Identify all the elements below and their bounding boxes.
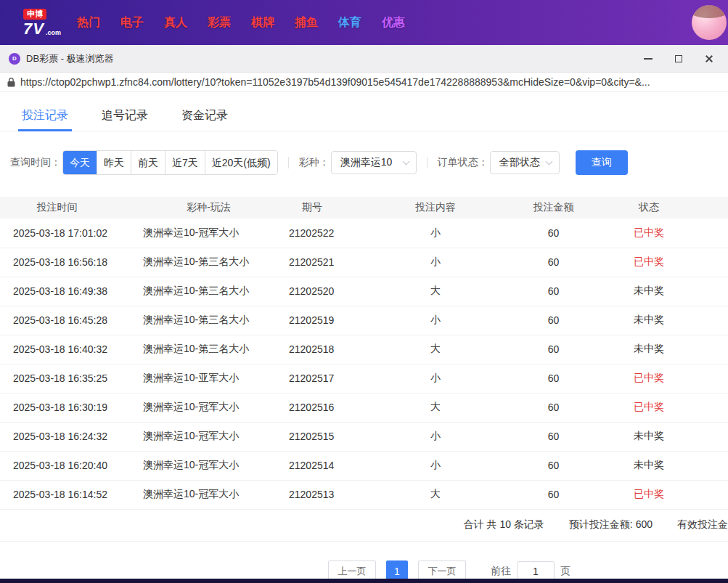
close-icon (705, 54, 713, 63)
issue-number-cell: 21202517 (283, 364, 363, 393)
address-bar[interactable]: https://ctop02pchwp1.zfnc84.com/lottery/… (0, 73, 728, 92)
site-logo[interactable]: 申博 7V .com (23, 9, 61, 37)
issue-number-cell: 21202513 (283, 480, 363, 509)
user-avatar[interactable] (692, 5, 727, 40)
bet-content-cell: 小 (363, 364, 508, 393)
issue-number-cell: 21202516 (283, 393, 363, 422)
tab-fund-records[interactable]: 资金记录 (181, 101, 228, 131)
lottery-filter-label: 彩种： (299, 156, 330, 169)
time-filter-option[interactable]: 前天 (131, 151, 165, 174)
bet-status-cell: 未中奖 (599, 306, 728, 335)
bet-amount-cell: 60 (508, 451, 599, 480)
table-row: 2025-03-18 16:40:32澳洲幸运10-第三名大小21202518大… (0, 335, 728, 364)
table-row: 2025-03-18 16:49:38澳洲幸运10-第三名大小21202520大… (0, 277, 728, 306)
bet-amount-cell: 60 (508, 335, 599, 364)
lottery-select[interactable]: 澳洲幸运10 (331, 151, 417, 174)
time-filter-option[interactable]: 近20天(低频) (205, 151, 277, 174)
bet-amount-cell: 60 (508, 422, 599, 451)
game-play-cell: 澳洲幸运10-冠军大小 (134, 219, 283, 248)
bet-content-cell: 小 (363, 248, 508, 277)
nav-item[interactable]: 热门 (77, 15, 100, 30)
issue-number-cell: 21202520 (283, 277, 363, 306)
window-title: DB彩票 - 极速浏览器 (26, 52, 114, 65)
maximize-button[interactable] (673, 53, 684, 65)
time-filter-option[interactable]: 昨天 (97, 151, 131, 174)
time-filter-label: 查询时间： (10, 156, 61, 169)
nav-item[interactable]: 电子 (120, 15, 144, 30)
bet-status-cell: 已中奖 (599, 248, 728, 277)
bet-records-table: 投注时间彩种-玩法期号投注内容投注金额状态 2025-03-18 17:01:0… (0, 197, 728, 510)
table-row: 2025-03-18 16:14:52澳洲幸运10-冠军大小21202513大6… (0, 480, 728, 509)
table-row: 2025-03-18 16:56:18澳洲幸运10-第三名大小21202521小… (0, 248, 728, 277)
game-play-cell: 澳洲幸运10-第三名大小 (134, 306, 283, 335)
bet-content-cell: 大 (363, 277, 508, 306)
minimize-icon (644, 58, 653, 60)
bet-status-cell: 未中奖 (599, 422, 728, 451)
table-row: 2025-03-18 16:45:28澳洲幸运10-第三名大小21202519小… (0, 306, 728, 335)
column-header: 彩种-玩法 (134, 197, 283, 219)
bet-time-cell: 2025-03-18 16:49:38 (0, 277, 134, 306)
lock-icon (7, 78, 15, 87)
game-play-cell: 澳洲幸运10-冠军大小 (134, 451, 283, 480)
bet-time-cell: 2025-03-18 16:20:40 (0, 451, 134, 480)
bet-status-cell: 已中奖 (599, 480, 728, 509)
bet-time-cell: 2025-03-18 16:35:25 (0, 364, 134, 393)
order-status-select[interactable]: 全部状态 (490, 151, 560, 174)
order-status-value: 全部状态 (499, 156, 540, 169)
issue-number-cell: 21202519 (283, 306, 363, 335)
time-filter-option[interactable]: 近7天 (165, 151, 205, 174)
tab-bet-records[interactable]: 投注记录 (22, 101, 68, 131)
bet-time-cell: 2025-03-18 16:45:28 (0, 306, 134, 335)
game-play-cell: 澳洲幸运10-亚军大小 (134, 364, 283, 393)
nav-item[interactable]: 真人 (164, 15, 187, 30)
nav-item[interactable]: 棋牌 (251, 15, 274, 30)
goto-page-label: 前往 (491, 565, 511, 578)
issue-number-cell: 21202522 (283, 219, 363, 248)
bet-time-cell: 2025-03-18 16:14:52 (0, 480, 134, 509)
search-button[interactable]: 查询 (576, 150, 628, 175)
table-header-row: 投注时间彩种-玩法期号投注内容投注金额状态 (0, 197, 728, 219)
nav-item[interactable]: 体育 (338, 15, 361, 30)
table-row: 2025-03-18 16:35:25澳洲幸运10-亚军大小21202517小6… (0, 364, 728, 393)
column-header: 投注内容 (363, 197, 508, 219)
bet-content-cell: 小 (363, 451, 508, 480)
bet-amount-cell: 60 (508, 480, 599, 509)
nav-item[interactable]: 优惠 (382, 15, 405, 30)
filter-divider (288, 157, 289, 168)
bet-time-cell: 2025-03-18 16:56:18 (0, 248, 134, 277)
game-play-cell: 澳洲幸运10-第三名大小 (134, 335, 283, 364)
tab-chase-records[interactable]: 追号记录 (102, 101, 148, 131)
column-header: 投注金额 (508, 197, 599, 219)
bet-content-cell: 大 (363, 393, 508, 422)
record-tabs: 投注记录 追号记录 资金记录 (0, 101, 728, 131)
valid-amount-text: 有效投注金 (677, 518, 728, 531)
time-filter-option[interactable]: 今天 (63, 151, 97, 174)
chevron-down-icon (402, 158, 409, 166)
chevron-down-icon (545, 158, 552, 166)
bet-time-cell: 2025-03-18 16:24:32 (0, 422, 134, 451)
table-row: 2025-03-18 16:20:40澳洲幸运10-冠军大小21202514小6… (0, 451, 728, 480)
game-play-cell: 澳洲幸运10-第三名大小 (134, 248, 283, 277)
bet-status-cell: 已中奖 (599, 219, 728, 248)
issue-number-cell: 21202514 (283, 451, 363, 480)
nav-item[interactable]: 捕鱼 (295, 15, 318, 30)
minimize-button[interactable] (642, 53, 654, 65)
top-nav-bar: 申博 7V .com 热门电子真人彩票棋牌捕鱼体育优惠 (0, 0, 728, 45)
logo-suffix-text: .com (46, 30, 61, 36)
game-play-cell: 澳洲幸运10-冠军大小 (134, 393, 283, 422)
close-button[interactable] (703, 53, 715, 65)
bet-time-cell: 2025-03-18 17:01:02 (0, 219, 134, 248)
nav-item[interactable]: 彩票 (208, 15, 231, 30)
bet-amount-cell: 60 (508, 277, 599, 306)
logo-brand-text: 7V (23, 21, 44, 37)
bet-amount-cell: 60 (508, 306, 599, 335)
bet-content-cell: 小 (363, 219, 508, 248)
column-header: 期号 (283, 197, 363, 219)
issue-number-cell: 21202515 (283, 422, 363, 451)
record-count-text: 合计 共 10 条记录 (464, 518, 544, 531)
bet-time-cell: 2025-03-18 16:40:32 (0, 335, 134, 364)
bet-amount-cell: 60 (508, 393, 599, 422)
issue-number-cell: 21202518 (283, 335, 363, 364)
expected-amount-text: 预计投注金额: 600 (569, 518, 653, 531)
logo-brand: 7V .com (23, 21, 61, 37)
